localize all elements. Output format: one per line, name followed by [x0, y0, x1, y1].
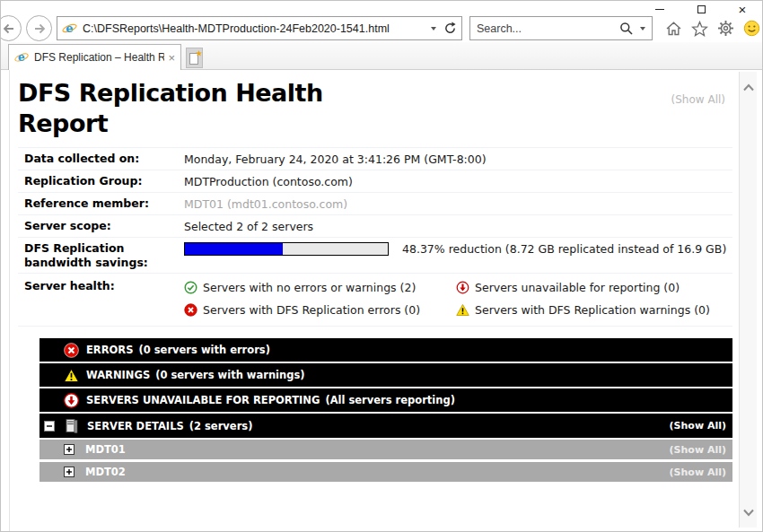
- info-row-data-collected: Data collected on: Monday, February 24, …: [18, 148, 732, 170]
- show-all-link-mdt01[interactable]: (Show All): [670, 444, 726, 456]
- home-button[interactable]: [664, 20, 682, 38]
- error-icon: [184, 303, 197, 317]
- error-icon: [64, 343, 79, 358]
- address-url: C:\DFSReports\Health-MDTProduction-24Feb…: [83, 22, 427, 35]
- server-name: MDT01: [85, 443, 126, 456]
- dfs-report-page: (Show All) DFS Replication Health Report…: [9, 70, 732, 531]
- new-tab-icon: [188, 49, 202, 66]
- minimize-icon: [655, 9, 664, 10]
- tab-close-icon[interactable]: ×: [168, 51, 175, 65]
- health-item-text: Servers with DFS Replication warnings (0…: [475, 303, 710, 317]
- show-all-link-top[interactable]: (Show All): [671, 93, 725, 106]
- scroll-down-button[interactable]: [740, 504, 757, 520]
- unavailable-icon: [64, 393, 79, 408]
- vertical-scrollbar[interactable]: [739, 72, 757, 528]
- search-dropdown-icon[interactable]: [640, 27, 645, 31]
- info-value: MDTProduction (contoso.com): [184, 174, 353, 189]
- ie-favicon: e: [62, 21, 77, 36]
- expand-icon[interactable]: [64, 444, 75, 455]
- tab-dfs-report[interactable]: e DFS Replication – Health Re... ×: [8, 44, 181, 70]
- server-health-grid: Servers with no errors or warnings (2) S…: [184, 279, 710, 317]
- section-title: WARNINGS: [86, 369, 150, 381]
- search-placeholder: Search...: [477, 22, 619, 35]
- section-count: (All servers reporting): [325, 394, 455, 406]
- settings-button[interactable]: [716, 20, 734, 38]
- server-name: MDT02: [85, 466, 126, 478]
- info-row-bandwidth: DFS Replication bandwidth savings: 48.37…: [18, 238, 732, 274]
- bandwidth-progress-fill: [185, 243, 283, 255]
- info-label: Data collected on:: [24, 152, 184, 166]
- collapse-icon[interactable]: [44, 421, 55, 432]
- info-row-reference-member: Reference member: MDT01 (mdt01.contoso.c…: [18, 193, 732, 215]
- scroll-up-button[interactable]: [740, 79, 757, 95]
- forward-arrow-icon: [32, 22, 47, 36]
- back-arrow-icon: [2, 22, 16, 36]
- section-title: SERVERS UNAVAILABLE FOR REPORTING: [86, 394, 320, 406]
- health-item-unavailable: Servers unavailable for reporting (0): [456, 281, 710, 294]
- back-button[interactable]: [0, 15, 22, 41]
- bandwidth-summary: 48.37% reduction (8.72 GB replicated ins…: [402, 241, 726, 257]
- browser-toolbar: e C:\DFSReports\Health-MDTProduction-24F…: [1, 14, 762, 42]
- info-value: MDT01 (mdt01.contoso.com): [184, 196, 347, 212]
- home-icon: [665, 21, 682, 37]
- favorites-button[interactable]: [690, 20, 708, 38]
- show-all-link-server-details[interactable]: (Show All): [670, 420, 726, 432]
- info-label: Server scope:: [24, 219, 184, 233]
- warning-icon: [64, 368, 79, 383]
- svg-text:e: e: [18, 51, 25, 64]
- browser-window: × e C:\DFSReports\Health-MDTProduction-2…: [0, 0, 763, 532]
- gear-icon: [717, 20, 734, 37]
- toolbar-icons: [664, 20, 760, 38]
- address-bar[interactable]: e C:\DFSReports\Health-MDTProduction-24F…: [57, 16, 462, 40]
- star-icon: [691, 21, 708, 37]
- smiley-icon: [743, 20, 760, 37]
- minimize-button[interactable]: [651, 2, 669, 16]
- section-server-details[interactable]: SERVER DETAILS (2 servers) (Show All): [39, 414, 732, 438]
- close-button[interactable]: ×: [733, 2, 751, 16]
- section-warnings[interactable]: WARNINGS (0 servers with warnings): [39, 363, 732, 387]
- info-label: DFS Replication bandwidth savings:: [24, 241, 184, 270]
- info-label: Server health:: [24, 279, 184, 317]
- section-count: (0 servers with warnings): [155, 369, 304, 381]
- svg-text:e: e: [66, 22, 73, 35]
- unavailable-icon: [456, 281, 469, 294]
- chevron-up-icon: [742, 83, 755, 92]
- health-item-warnings: Servers with DFS Replication warnings (0…: [456, 303, 710, 317]
- info-value: Monday, February 24, 2020 at 3:41:26 PM …: [184, 152, 487, 167]
- health-item-errors: Servers with DFS Replication errors (0): [184, 303, 456, 317]
- health-item-text: Servers with DFS Replication errors (0): [203, 303, 420, 317]
- health-item-text: Servers unavailable for reporting (0): [475, 281, 680, 294]
- expand-icon[interactable]: [64, 467, 75, 477]
- health-item-ok: Servers with no errors or warnings (2): [184, 281, 456, 294]
- info-row-server-scope: Server scope: Selected 2 of 2 servers: [18, 215, 732, 238]
- section-title: ERRORS: [86, 344, 133, 356]
- forward-button[interactable]: [26, 15, 52, 41]
- new-tab-button[interactable]: [186, 48, 203, 68]
- bandwidth-wrap: 48.37% reduction (8.72 GB replicated ins…: [184, 241, 726, 257]
- health-item-text: Servers with no errors or warnings (2): [203, 281, 416, 294]
- section-title: SERVER DETAILS: [87, 420, 184, 432]
- bandwidth-progress-bar: [184, 242, 389, 256]
- server-row-mdt01[interactable]: MDT01 (Show All): [39, 440, 732, 459]
- section-errors[interactable]: ERRORS (0 servers with errors): [39, 338, 732, 362]
- info-value: Selected 2 of 2 servers: [184, 219, 313, 234]
- search-icon[interactable]: [619, 22, 634, 36]
- window-controls: ×: [651, 2, 751, 16]
- search-box[interactable]: Search...: [469, 16, 653, 40]
- feedback-button[interactable]: [742, 20, 760, 38]
- section-count: (0 servers with errors): [138, 344, 269, 356]
- info-row-server-health: Server health: Servers with no errors or…: [18, 274, 732, 327]
- server-row-mdt02[interactable]: MDT02 (Show All): [39, 462, 732, 482]
- address-dropdown-icon[interactable]: [431, 27, 436, 31]
- page-content: (Show All) DFS Replication Health Report…: [1, 70, 762, 531]
- report-sections: ERRORS (0 servers with errors) WARNINGS …: [39, 338, 732, 482]
- section-unavailable[interactable]: SERVERS UNAVAILABLE FOR REPORTING (All s…: [39, 388, 732, 412]
- tab-title: DFS Replication – Health Re...: [34, 51, 164, 64]
- maximize-button[interactable]: [692, 2, 710, 16]
- refresh-icon[interactable]: [443, 22, 457, 35]
- server-icon: [64, 418, 80, 434]
- show-all-link-mdt02[interactable]: (Show All): [670, 467, 726, 478]
- warning-icon: [456, 303, 469, 317]
- ie-tab-icon: e: [14, 50, 29, 65]
- chevron-down-icon: [742, 509, 755, 517]
